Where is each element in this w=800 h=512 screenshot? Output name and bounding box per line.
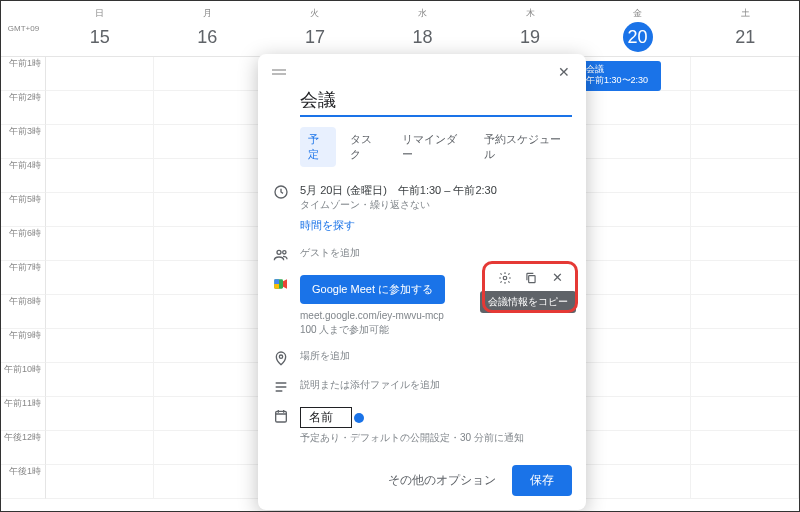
time-cell[interactable] <box>584 227 692 261</box>
time-cell[interactable] <box>584 125 692 159</box>
time-cell[interactable] <box>584 363 692 397</box>
hour-label: 午前4時 <box>1 159 46 193</box>
time-cell[interactable] <box>46 193 154 227</box>
time-cell[interactable] <box>154 227 262 261</box>
time-cell[interactable] <box>46 91 154 125</box>
description-row[interactable]: 説明または添付ファイルを追加 <box>272 372 572 401</box>
tab-event[interactable]: 予定 <box>300 127 336 167</box>
time-cell[interactable] <box>691 329 799 363</box>
event-title-input[interactable]: 会議 <box>300 84 572 117</box>
time-cell[interactable] <box>584 159 692 193</box>
time-cell[interactable] <box>691 261 799 295</box>
day-col-mon[interactable]: 月16 <box>154 1 262 56</box>
location-row[interactable]: 場所を追加 <box>272 343 572 372</box>
time-cell[interactable] <box>46 261 154 295</box>
time-cell[interactable] <box>691 431 799 465</box>
meet-settings-icon[interactable] <box>496 269 514 287</box>
hour-label: 午前3時 <box>1 125 46 159</box>
remove-meet-icon[interactable]: ✕ <box>548 269 566 287</box>
time-cell[interactable] <box>691 363 799 397</box>
svg-rect-9 <box>276 412 287 423</box>
time-cell[interactable] <box>584 465 692 499</box>
meet-limit: 100 人まで参加可能 <box>300 323 572 337</box>
svg-point-6 <box>503 276 507 280</box>
time-cell[interactable] <box>46 159 154 193</box>
time-cell[interactable] <box>691 465 799 499</box>
more-options-button[interactable]: その他のオプション <box>388 472 496 489</box>
day-col-wed[interactable]: 水18 <box>369 1 477 56</box>
time-cell[interactable] <box>154 465 262 499</box>
time-cell[interactable] <box>691 91 799 125</box>
owner-name[interactable]: 名前 <box>300 407 352 428</box>
svg-rect-7 <box>529 275 535 282</box>
time-cell[interactable] <box>691 227 799 261</box>
drag-handle-icon[interactable] <box>272 69 286 75</box>
time-cell[interactable] <box>691 125 799 159</box>
day-col-thu[interactable]: 木19 <box>476 1 584 56</box>
time-cell[interactable] <box>691 295 799 329</box>
hour-label: 午前1時 <box>1 57 46 91</box>
time-cell[interactable] <box>154 125 262 159</box>
event-type-tabs: 予定 タスク リマインダー 予約スケジュール <box>300 127 572 167</box>
time-cell[interactable] <box>584 397 692 431</box>
time-cell[interactable] <box>584 193 692 227</box>
location-placeholder: 場所を追加 <box>300 349 572 363</box>
time-cell[interactable] <box>46 397 154 431</box>
time-cell[interactable] <box>691 397 799 431</box>
time-cell[interactable] <box>584 261 692 295</box>
guests-row[interactable]: ゲストを追加 <box>272 240 572 269</box>
time-cell[interactable] <box>584 431 692 465</box>
time-cell[interactable] <box>46 465 154 499</box>
time-cell[interactable] <box>154 329 262 363</box>
tab-task[interactable]: タスク <box>342 127 388 167</box>
calendar-header: GMT+09 日15 月16 火17 水18 木19 金20 土21 <box>1 1 799 57</box>
event-block[interactable]: 会議 午前1:30〜2:30 <box>581 61 661 91</box>
time-cell[interactable] <box>154 295 262 329</box>
tab-reminder[interactable]: リマインダー <box>394 127 470 167</box>
calendar-color-dot[interactable] <box>354 413 364 423</box>
time-cell[interactable] <box>584 329 692 363</box>
time-cell[interactable] <box>46 329 154 363</box>
find-time-link[interactable]: 時間を探す <box>300 218 572 233</box>
save-button[interactable]: 保存 <box>512 465 572 496</box>
time-cell[interactable] <box>46 227 154 261</box>
svg-point-8 <box>279 355 282 358</box>
time-cell[interactable] <box>154 193 262 227</box>
time-cell[interactable] <box>154 261 262 295</box>
day-col-sun[interactable]: 日15 <box>46 1 154 56</box>
day-col-fri[interactable]: 金20 <box>584 1 692 56</box>
meet-row: Google Meet に参加する meet.google.com/iey-mw… <box>272 269 572 343</box>
time-cell[interactable] <box>584 295 692 329</box>
day-col-tue[interactable]: 火17 <box>261 1 369 56</box>
time-cell[interactable] <box>154 431 262 465</box>
close-icon[interactable]: ✕ <box>556 64 572 80</box>
tab-appointment[interactable]: 予約スケジュール <box>476 127 572 167</box>
time-cell[interactable] <box>46 57 154 91</box>
time-cell[interactable] <box>154 363 262 397</box>
svg-point-2 <box>283 250 286 253</box>
time-cell[interactable] <box>691 159 799 193</box>
time-cell[interactable] <box>154 397 262 431</box>
hour-label: 午前2時 <box>1 91 46 125</box>
time-cell[interactable] <box>46 295 154 329</box>
time-cell[interactable] <box>691 193 799 227</box>
owner-row[interactable]: 名前 予定あり・デフォルトの公開設定・30 分前に通知 <box>272 401 572 451</box>
time-cell[interactable] <box>154 91 262 125</box>
day-col-sat[interactable]: 土21 <box>691 1 799 56</box>
datetime-row[interactable]: 5月 20日 (金曜日) 午前1:30 – 午前2:30 タイムゾーン・繰り返さ… <box>272 177 572 240</box>
hour-label: 午前6時 <box>1 227 46 261</box>
copy-icon[interactable] <box>522 269 540 287</box>
join-meet-button[interactable]: Google Meet に参加する <box>300 275 445 304</box>
hour-label: 午前8時 <box>1 295 46 329</box>
time-cell[interactable] <box>154 159 262 193</box>
modal-footer: その他のオプション 保存 <box>272 451 572 496</box>
time-cell[interactable] <box>46 363 154 397</box>
time-cell[interactable] <box>46 125 154 159</box>
time-cell[interactable] <box>154 57 262 91</box>
time-cell[interactable] <box>584 91 692 125</box>
hour-label: 午後1時 <box>1 465 46 499</box>
time-cell[interactable] <box>46 431 154 465</box>
event-time: 午前1:30〜2:30 <box>586 75 656 86</box>
time-cell[interactable] <box>691 57 799 91</box>
meet-logo-icon <box>272 275 290 292</box>
